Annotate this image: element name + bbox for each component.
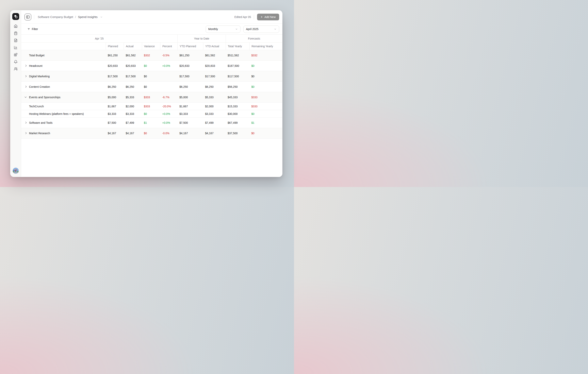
sidebar-item-bar-chart[interactable] xyxy=(14,46,18,49)
sidebar-item-blocks[interactable] xyxy=(14,53,18,56)
main-area: Software Company Budget / Spend Insights… xyxy=(21,10,282,177)
month-select[interactable]: April 2025 xyxy=(243,25,279,33)
value-cell: $37,500 xyxy=(226,132,249,135)
plus-icon: + xyxy=(261,15,262,19)
group-header-apr25: Apr '25 xyxy=(21,35,178,42)
bar-chart-icon xyxy=(14,46,18,49)
budget-table: Apr '25 Year to Date Forecasts Planned A… xyxy=(21,35,282,139)
value-cell: $7,500 xyxy=(178,121,203,124)
value-cell: -0.0% xyxy=(160,132,178,135)
table-row[interactable]: Hosting Webinars (platform fees + speake… xyxy=(21,110,282,118)
users-icon xyxy=(14,67,18,71)
value-cell: $0 xyxy=(249,75,282,78)
value-cell: $7,499 xyxy=(203,121,226,124)
value-cell: $0 xyxy=(142,132,160,135)
row-label: Total Budget xyxy=(29,54,44,57)
value-cell: $17,500 xyxy=(178,75,203,78)
value-cell: $7,499 xyxy=(124,121,142,124)
table-row[interactable]: Total Budget$61,250$61,582$332-0.5%$61,2… xyxy=(21,50,282,61)
chevron-down-icon[interactable] xyxy=(100,16,103,18)
breadcrumb-separator: / xyxy=(75,15,76,19)
group-header-ytd: Year to Date xyxy=(178,35,226,42)
sidebar-item-users[interactable] xyxy=(14,67,18,71)
row-label-cell: Content Creation xyxy=(21,85,106,88)
table-row[interactable]: Market Research$4,167$4,167$0-0.0%$4,167… xyxy=(21,128,282,139)
expand-chevron-right-icon[interactable] xyxy=(24,85,27,88)
logo-icon xyxy=(13,14,18,19)
value-cell: $0 xyxy=(249,132,282,135)
filter-label: Filter xyxy=(32,27,38,31)
table-row[interactable]: Software and Tools$7,500$7,499$1+0.0%$7,… xyxy=(21,118,282,128)
value-cell: $6,250 xyxy=(203,85,226,88)
row-label: Content Creation xyxy=(29,85,50,88)
value-cell: $5,000 xyxy=(178,96,203,99)
row-label: Events and Sponsorships xyxy=(29,96,61,99)
toolbar-right: Monthly April 2025 xyxy=(206,25,279,33)
value-cell: $5,333 xyxy=(124,96,142,99)
row-label: Digital Marketing xyxy=(29,75,50,78)
value-cell: $333 xyxy=(249,96,282,99)
value-cell: -0.5% xyxy=(160,54,178,57)
table-group-header: Apr '25 Year to Date Forecasts xyxy=(21,35,282,43)
breadcrumb-parent[interactable]: Software Company Budget xyxy=(38,15,73,19)
table-row[interactable]: Digital Marketing$17,500$17,500$0$17,500… xyxy=(21,71,282,82)
chevron-down-icon xyxy=(274,28,277,31)
table-row[interactable]: Events and Sponsorships$5,000$5,333$333-… xyxy=(21,92,282,103)
value-cell: $5,333 xyxy=(203,96,226,99)
value-cell: $17,500 xyxy=(124,75,142,78)
expand-chevron-right-icon[interactable] xyxy=(24,121,27,124)
value-cell: $0 xyxy=(142,64,160,67)
value-cell: $187,500 xyxy=(226,64,249,67)
sidebar xyxy=(10,10,21,177)
expand-chevron-right-icon[interactable] xyxy=(24,64,27,67)
sidebar-item-clipboard[interactable] xyxy=(14,32,18,35)
sidebar-item-home[interactable] xyxy=(14,24,18,28)
row-label: Hosting Webinars (platform fees + speake… xyxy=(29,112,84,116)
value-cell: $67,499 xyxy=(226,121,249,124)
value-cell: $332 xyxy=(249,54,282,57)
value-cell: $3,333 xyxy=(106,112,124,116)
row-label: Market Research xyxy=(29,132,50,135)
topbar-right-divider xyxy=(254,15,254,19)
value-cell: $332 xyxy=(142,54,160,57)
value-cell: $20,833 xyxy=(178,64,203,67)
period-select[interactable]: Monthly xyxy=(206,25,241,33)
user-avatar[interactable] xyxy=(13,168,19,174)
period-select-value: Monthly xyxy=(208,27,218,31)
expand-chevron-down-icon[interactable] xyxy=(24,96,27,99)
table-row[interactable]: Content Creation$6,250$6,250$0$6,250$6,2… xyxy=(21,82,282,92)
value-cell: $4,167 xyxy=(203,132,226,135)
value-cell: $2,000 xyxy=(203,105,226,108)
filter-button[interactable]: Filter xyxy=(27,27,38,31)
value-cell: $61,582 xyxy=(203,54,226,57)
clipboard-icon xyxy=(14,32,18,35)
table-row[interactable]: TechCrunch$1,667$2,000$333-20.0%$1,667$2… xyxy=(21,103,282,110)
sidebar-item-document[interactable] xyxy=(14,39,18,42)
edited-timestamp: Edited Apr 05 xyxy=(234,15,251,19)
row-label-cell: TechCrunch xyxy=(21,105,106,108)
value-cell: $4,167 xyxy=(178,132,203,135)
value-cell: $117,500 xyxy=(226,75,249,78)
table-row[interactable]: Headcount$20,833$20,833$0+0.0%$20,833$20… xyxy=(21,61,282,71)
expand-chevron-right-icon[interactable] xyxy=(24,75,27,78)
home-icon xyxy=(14,24,18,28)
value-cell: $6,250 xyxy=(106,85,124,88)
add-new-button[interactable]: + Add New xyxy=(257,14,279,20)
app-window: Software Company Budget / Spend Insights… xyxy=(10,10,282,177)
topbar: Software Company Budget / Spend Insights… xyxy=(21,10,282,24)
column-header-percent: Percent xyxy=(160,43,178,50)
sidebar-toggle-button[interactable] xyxy=(24,14,31,20)
sidebar-item-bell[interactable] xyxy=(14,60,18,64)
value-cell: $511,582 xyxy=(226,54,249,57)
value-cell: $1,667 xyxy=(178,105,203,108)
breadcrumb-current[interactable]: Spend Insights xyxy=(78,15,97,19)
value-cell: -20.0% xyxy=(160,105,178,108)
row-label: TechCrunch xyxy=(29,105,44,108)
column-header-ytd-planned: YTD Planned xyxy=(178,43,203,50)
expand-chevron-right-icon[interactable] xyxy=(24,132,27,135)
value-cell: $20,833 xyxy=(106,64,124,67)
column-header-variance: Variance xyxy=(142,43,160,50)
value-cell: $4,167 xyxy=(106,132,124,135)
column-header-planned: Planned xyxy=(106,43,124,50)
value-cell: $6,250 xyxy=(124,85,142,88)
